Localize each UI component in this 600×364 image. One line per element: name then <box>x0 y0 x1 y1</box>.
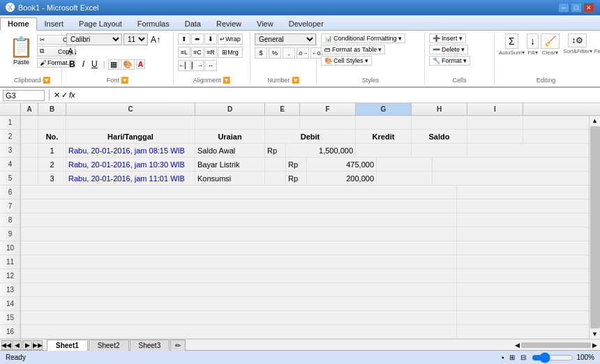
cell-e3[interactable]: Rp <box>265 144 286 157</box>
tab-view[interactable]: View <box>249 17 281 30</box>
cell-a1[interactable] <box>21 116 38 129</box>
tab-insert[interactable]: Insert <box>37 17 72 30</box>
shrink-font-button[interactable]: A↓ <box>66 47 79 56</box>
view-page-break-button[interactable]: ⊟ <box>520 354 526 361</box>
col-header-h[interactable]: H <box>412 103 467 115</box>
font-color-button[interactable]: A <box>136 59 146 69</box>
decrease-indent-button[interactable]: ←▏ <box>178 60 190 71</box>
tab-page-layout[interactable]: Page Layout <box>71 17 130 30</box>
cell-f3[interactable]: 1,500,000 <box>286 144 356 157</box>
currency-button[interactable]: $ <box>255 47 267 59</box>
conditional-formatting-button[interactable]: 📊 Conditional Formatting ▾ <box>321 33 405 43</box>
align-right-button[interactable]: ≡R <box>204 47 217 58</box>
cell-b4[interactable]: 2 <box>38 158 66 171</box>
col-header-i[interactable]: I <box>467 103 523 115</box>
align-bottom-button[interactable]: ⬇ <box>204 33 217 45</box>
cell-row8[interactable] <box>21 213 457 227</box>
name-box[interactable] <box>3 90 45 101</box>
cell-row12[interactable] <box>21 269 457 282</box>
row-num-10[interactable]: 10 <box>0 241 20 255</box>
cell-row9[interactable] <box>21 227 457 241</box>
format-as-table-button[interactable]: 🗃 Format as Table ▾ <box>321 45 385 54</box>
cell-d1[interactable] <box>195 116 265 129</box>
cell-e2[interactable]: Debit <box>265 130 356 143</box>
cell-h1[interactable] <box>412 116 467 129</box>
scroll-left-button[interactable]: ◀ <box>515 342 520 349</box>
merge-button[interactable]: ⊞Mrg <box>218 47 243 58</box>
tab-review[interactable]: Review <box>209 17 249 30</box>
cell-c2[interactable]: Hari/Tanggal <box>66 130 195 143</box>
cell-h2[interactable] <box>467 130 523 143</box>
bold-button[interactable]: B <box>66 59 78 70</box>
cell-b3[interactable]: 1 <box>38 144 66 157</box>
cell-g3[interactable] <box>356 144 412 157</box>
scroll-up-button[interactable]: ▲ <box>590 116 599 126</box>
delete-button[interactable]: ➖ Delete ▾ <box>429 45 468 54</box>
last-sheet-button[interactable]: ▶▶ <box>33 340 43 350</box>
confirm-formula-icon[interactable]: ✓ <box>61 91 68 100</box>
increase-indent-button[interactable]: ▏→ <box>191 60 204 71</box>
tab-data[interactable]: Data <box>177 17 209 30</box>
cell-b5[interactable]: 3 <box>38 172 66 185</box>
align-top-button[interactable]: ⬆ <box>178 33 190 45</box>
autosum-button[interactable]: Σ <box>505 33 518 49</box>
grow-font-button[interactable]: A↑ <box>149 35 162 45</box>
cell-d2[interactable]: Uraian <box>195 130 265 143</box>
scroll-thumb-v[interactable] <box>590 126 600 328</box>
fill-color-button[interactable]: 🎨 <box>121 59 135 70</box>
font-name-select[interactable]: Calibri <box>66 33 122 45</box>
number-format-select[interactable]: General <box>255 33 316 45</box>
cell-c3[interactable]: Rabu, 20-01-2016, jam 08:15 WIB <box>66 144 195 157</box>
cell-i1[interactable] <box>467 116 523 129</box>
cell-a4[interactable] <box>21 158 38 171</box>
row-num-4[interactable]: 4 <box>0 158 20 172</box>
cell-row16[interactable] <box>21 325 457 338</box>
col-header-d[interactable]: D <box>195 103 265 115</box>
cell-row14[interactable] <box>21 297 457 310</box>
cell-row7[interactable] <box>21 199 457 213</box>
clear-button[interactable]: 🧹 <box>541 33 560 49</box>
text-direction-button[interactable]: ↔ <box>204 60 217 71</box>
formula-input[interactable] <box>78 91 597 100</box>
cell-row13[interactable] <box>21 283 457 296</box>
row-num-9[interactable]: 9 <box>0 227 20 241</box>
cell-d4[interactable]: Bayar Listrik <box>195 158 265 171</box>
next-sheet-button[interactable]: ▶ <box>22 340 32 350</box>
row-num-16[interactable]: 16 <box>0 325 20 339</box>
tab-formulas[interactable]: Formulas <box>130 17 177 30</box>
row-num-6[interactable]: 6 <box>0 185 20 199</box>
row-num-7[interactable]: 7 <box>0 199 20 213</box>
cell-d5[interactable]: Konsumsi <box>195 172 265 185</box>
align-middle-button[interactable]: ⬌ <box>191 33 204 45</box>
cell-d3[interactable]: Saldo Awal <box>195 144 265 157</box>
cell-e5[interactable] <box>265 172 286 185</box>
scroll-right-button[interactable]: ▶ <box>592 342 597 349</box>
row-num-12[interactable]: 12 <box>0 269 20 283</box>
row-num-15[interactable]: 15 <box>0 311 20 325</box>
first-sheet-button[interactable]: ◀◀ <box>1 340 11 350</box>
borders-button[interactable]: ▦ <box>108 59 119 70</box>
vertical-scrollbar[interactable]: ▲ ▼ <box>589 116 600 339</box>
scroll-thumb-h[interactable] <box>521 342 591 348</box>
close-button[interactable]: ✕ <box>583 3 594 13</box>
new-sheet-button[interactable]: ✏ <box>170 340 186 351</box>
cell-row6[interactable] <box>21 185 457 199</box>
row-num-3[interactable]: 3 <box>0 144 20 158</box>
col-header-f[interactable]: F <box>300 103 356 115</box>
cell-g2[interactable]: Saldo <box>412 130 467 143</box>
cell-h5[interactable] <box>377 172 433 185</box>
horizontal-scrollbar[interactable]: ◀ ▶ <box>515 342 600 349</box>
sheet-tab-1[interactable]: Sheet1 <box>47 340 88 351</box>
cell-g1[interactable] <box>356 116 412 129</box>
cell-f4-val[interactable]: 475,000 <box>307 158 377 171</box>
scroll-down-button[interactable]: ▼ <box>590 329 599 339</box>
cell-a3[interactable] <box>21 144 38 157</box>
cell-c4[interactable]: Rabu, 20-01-2016, jam 10:30 WIB <box>66 158 195 171</box>
sort-filter-button[interactable]: ↕⚙ <box>568 33 587 47</box>
col-header-a[interactable]: A <box>21 103 38 115</box>
cancel-formula-icon[interactable]: ✕ <box>54 91 60 100</box>
underline-button[interactable]: U <box>89 59 100 70</box>
paste-button[interactable]: 📋 Paste <box>7 33 36 68</box>
comma-button[interactable]: , <box>283 47 295 59</box>
fill-button[interactable]: ↓ <box>527 33 539 49</box>
